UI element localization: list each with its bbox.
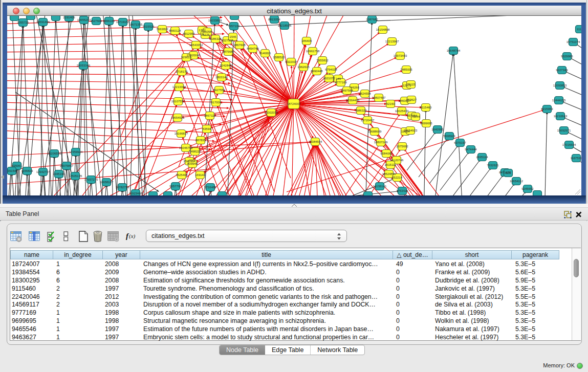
svg-text:19654925: 19654925 [171, 116, 185, 119]
svg-text:12942737: 12942737 [36, 170, 50, 173]
svg-text:9777169: 9777169 [335, 81, 347, 84]
svg-text:8660124: 8660124 [169, 29, 181, 32]
svg-text:10958107: 10958107 [100, 181, 114, 184]
svg-text:15720407: 15720407 [361, 119, 375, 122]
svg-text:7485005: 7485005 [400, 68, 412, 71]
svg-text:3867110: 3867110 [204, 114, 216, 117]
svg-text:1345194: 1345194 [53, 172, 65, 176]
svg-text:12213369: 12213369 [172, 85, 186, 89]
svg-text:1075692: 1075692 [396, 145, 408, 148]
svg-text:9699695: 9699695 [420, 122, 432, 125]
svg-text:19654923: 19654923 [404, 129, 418, 132]
svg-text:2055721: 2055721 [17, 21, 29, 24]
svg-text:9146821: 9146821 [259, 52, 271, 55]
svg-text:16154808: 16154808 [376, 28, 390, 31]
svg-text:929015: 929015 [181, 56, 192, 59]
svg-text:186409: 186409 [301, 39, 312, 42]
svg-text:2935114: 2935114 [476, 156, 489, 159]
svg-text:8186328: 8186328 [209, 37, 222, 40]
svg-text:19384554: 19384554 [309, 140, 322, 143]
svg-text:62160: 62160 [386, 102, 395, 105]
svg-text:2087682: 2087682 [366, 18, 378, 21]
svg-text:18524851: 18524851 [382, 172, 396, 176]
svg-text:1112: 1112 [577, 28, 581, 31]
svg-text:7632621: 7632621 [487, 164, 499, 167]
svg-text:19166827: 19166827 [175, 132, 188, 135]
svg-text:1527602: 1527602 [90, 19, 102, 23]
svg-text:1167533: 1167533 [571, 157, 581, 160]
svg-text:5716485: 5716485 [204, 186, 216, 189]
svg-text:10671355: 10671355 [129, 23, 143, 26]
svg-text:2191406: 2191406 [63, 16, 75, 19]
svg-text:12505135: 12505135 [69, 174, 82, 178]
svg-text:145: 145 [336, 77, 341, 80]
svg-text:15692971: 15692971 [557, 129, 571, 132]
svg-text:10807487: 10807487 [372, 96, 386, 99]
svg-text:1753426: 1753426 [396, 189, 408, 192]
svg-text:9657791: 9657791 [169, 185, 182, 188]
svg-text:6497568: 6497568 [341, 89, 353, 92]
svg-text:18807249: 18807249 [374, 141, 388, 144]
svg-text:12213967: 12213967 [385, 40, 399, 43]
svg-text:16033809: 16033809 [208, 19, 222, 22]
svg-text:1588520: 1588520 [273, 56, 285, 59]
svg-text:8454749: 8454749 [247, 47, 259, 50]
svg-text:7955812: 7955812 [316, 59, 329, 62]
svg-text:5938923: 5938923 [443, 135, 455, 138]
svg-text:17359924: 17359924 [69, 150, 83, 154]
svg-text:2718176: 2718176 [176, 70, 188, 73]
svg-text:8427552: 8427552 [213, 89, 225, 92]
svg-text:20053346: 20053346 [77, 64, 91, 67]
svg-text:16543352: 16543352 [189, 43, 203, 47]
svg-text:11923468: 11923468 [129, 192, 143, 195]
svg-text:8990448: 8990448 [311, 70, 323, 73]
svg-text:835061: 835061 [12, 164, 23, 167]
svg-text:953627: 953627 [406, 98, 417, 101]
svg-text:16782759: 16782759 [116, 186, 129, 189]
svg-text:8813054: 8813054 [268, 18, 280, 21]
svg-text:10654112: 10654112 [510, 180, 524, 183]
svg-text:18724007: 18724007 [287, 102, 301, 105]
svg-text:10107552: 10107552 [171, 100, 185, 103]
svg-text:169144: 169144 [195, 173, 206, 177]
svg-text:16046758: 16046758 [179, 146, 193, 149]
svg-text:917006: 917006 [211, 101, 222, 104]
svg-text:75115: 75115 [407, 83, 416, 86]
svg-text:5498222: 5498222 [189, 150, 201, 153]
svg-text:6322037: 6322037 [285, 60, 297, 63]
svg-text:9329966: 9329966 [561, 55, 573, 58]
svg-text:20364436: 20364436 [346, 99, 360, 102]
svg-text:7663822: 7663822 [156, 28, 168, 31]
svg-text:25302035: 25302035 [265, 111, 278, 114]
svg-text:9242848: 9242848 [220, 64, 232, 67]
svg-text:17016504: 17016504 [562, 143, 576, 146]
svg-text:2803144: 2803144 [215, 76, 228, 79]
svg-text:6379197: 6379197 [454, 141, 466, 144]
svg-text:1546: 1546 [229, 35, 236, 38]
svg-text:15751074: 15751074 [567, 40, 580, 43]
svg-text:19218506: 19218506 [278, 24, 292, 27]
svg-text:9084067: 9084067 [380, 152, 393, 155]
svg-text:8215953: 8215953 [541, 107, 553, 111]
svg-text:53594: 53594 [203, 127, 211, 130]
svg-text:626: 626 [506, 171, 511, 174]
svg-text:2867608: 2867608 [233, 43, 246, 47]
svg-text:7986322: 7986322 [355, 109, 367, 112]
svg-text:3624554: 3624554 [359, 92, 371, 95]
svg-text:17957275: 17957275 [84, 178, 98, 181]
svg-text:35275: 35275 [201, 33, 210, 36]
svg-text:79844: 79844 [411, 115, 420, 118]
svg-text:252214: 252214 [392, 176, 403, 179]
svg-text:7515526: 7515526 [142, 25, 155, 28]
svg-text:12093853: 12093853 [553, 84, 567, 87]
svg-text:1640995: 1640995 [431, 128, 444, 131]
svg-text:12444155: 12444155 [552, 99, 566, 102]
svg-text:3875685: 3875685 [222, 50, 234, 53]
svg-text:16648784: 16648784 [447, 49, 461, 52]
svg-text:1621072: 1621072 [323, 77, 335, 80]
svg-text:7625402: 7625402 [176, 173, 188, 177]
svg-text:39154: 39154 [8, 169, 16, 172]
svg-text:96058: 96058 [203, 30, 212, 33]
svg-text:30975867: 30975867 [60, 164, 74, 167]
svg-text:6466160: 6466160 [103, 19, 115, 23]
